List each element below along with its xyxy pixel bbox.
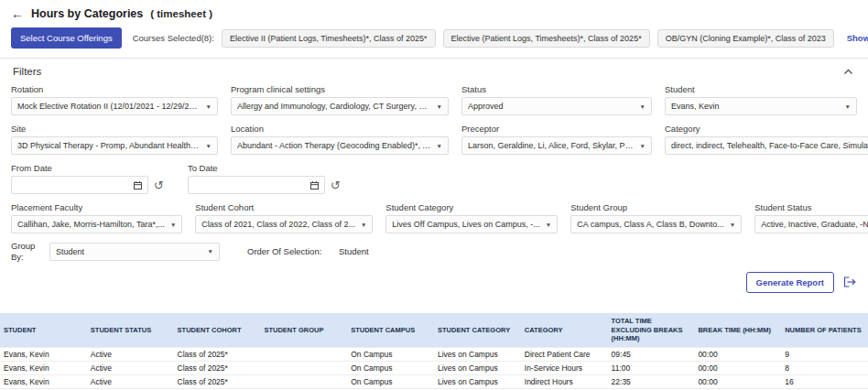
column-header: STUDENT CAMPUS [347,313,434,348]
cell: 11:00 [608,362,695,375]
page-title: Hours by Categories [31,7,143,20]
cell: Evans, Kevin [0,375,87,389]
filters-title: Filters [13,66,41,77]
order-of-selection-value: Student [339,246,369,256]
filter-value: Class of 2021, Class of 2022, Class of 2… [201,220,355,229]
filter-location: Location Abundant - Action Therapy (Geoc… [231,124,449,155]
cell: 9 [781,348,868,362]
filter-label: Status [461,84,652,94]
generate-report-button[interactable]: Generate Report [746,272,834,293]
filter-value: direct, indirect, Telehealth, Face-to-Fa… [671,141,868,150]
topbar: ← Hours by Categories ( timesheet ) [0,0,868,25]
filters-body: Rotation Mock Elective Rotation II (12/0… [0,82,868,263]
chevron-down-icon: ▼ [208,248,213,255]
cell: Evans, Kevin [0,362,87,375]
category-select[interactable]: direct, indirect, Telehealth, Face-to-Fa… [665,136,868,155]
filter-student-cohort: Student Cohort Class of 2021, Class of 2… [195,202,373,233]
filter-placement-faculty: Placement Faculty Callihan, Jake, Morris… [11,202,182,233]
filter-label: Category [665,124,868,134]
calendar-icon[interactable] [133,180,143,190]
site-select[interactable]: 3D Physical Therapy - Promp, Abundant He… [11,136,218,155]
cell: On Campus [347,362,434,375]
filter-value: CA campus, Class A, Class B, Downto... [577,220,724,229]
table-row: Evans, KevinActiveClass of 2025*On Campu… [0,362,868,375]
cell: Evans, Kevin [0,348,87,362]
courses-selected-label: Courses Selected(8): [133,33,214,43]
reset-date-icon[interactable]: ↺ [154,179,164,191]
page-subtitle: ( timesheet ) [150,8,212,19]
filter-label: Placement Faculty [11,202,182,212]
filter-label: Student Cohort [195,202,373,212]
order-of-selection-label: Order Of Selection: [247,246,321,256]
filter-label: From Date [11,163,164,173]
filter-value: Active, Inactive, Graduate, -Not assign.… [761,220,868,229]
export-report-icon[interactable] [843,276,857,288]
collapse-chevron-up-icon[interactable] [841,67,855,77]
chevron-down-icon: ▼ [546,222,551,228]
filter-label: Location [231,124,449,134]
preceptor-select[interactable]: Larson, Geraldine, Li, Alice, Ford, Skyl… [461,136,652,155]
student-group-select[interactable]: CA campus, Class A, Class B, Downto... ▼ [570,215,742,233]
column-header: STUDENT COHORT [174,313,261,348]
cell: On Campus [347,375,434,389]
cell: 09:45 [608,348,695,362]
course-selection-bar: Select Course Offerings Courses Selected… [0,25,868,58]
filter-label: Preceptor [461,124,652,134]
reset-date-icon[interactable]: ↺ [331,179,341,191]
student-cohort-select[interactable]: Class of 2021, Class of 2022, Class of 2… [195,215,373,233]
report-table: STUDENTSTUDENT STATUSSTUDENT COHORTSTUDE… [0,313,868,390]
filter-value: Mock Elective Rotation II (12/01/2021 - … [17,102,201,111]
placement-faculty-select[interactable]: Callihan, Jake, Morris-Hamilton, Tara*,.… [11,215,182,233]
from-date-input[interactable] [11,176,148,194]
cell [260,348,347,362]
group-by-select[interactable]: Student ▼ [49,243,220,261]
show-more-button[interactable]: Show More [841,32,868,44]
filter-value: Callihan, Jake, Morris-Hamilton, Tara*,.… [17,220,165,229]
status-select[interactable]: Approved ▼ [461,97,652,115]
filter-label: Student [665,84,857,94]
cell: Lives on Campus [434,348,521,362]
filter-to-date: To Date ↺ [188,163,341,194]
table-row: Evans, KevinActiveClass of 2025*On Campu… [0,348,868,362]
student-category-select[interactable]: Lives Off Campus, Lives on Campus, -... … [385,215,558,233]
cell: Class of 2025* [174,362,261,375]
chevron-down-icon: ▼ [640,143,646,149]
filter-program-clinical-settings: Program clinical settings Allergy and Im… [231,84,449,115]
student-select[interactable]: Evans, Kevin ▼ [665,97,857,115]
group-by-label: Group By: [11,241,40,263]
filter-rotation: Rotation Mock Elective Rotation II (12/0… [11,84,218,115]
chevron-down-icon: ▼ [640,103,646,110]
calendar-icon[interactable] [309,180,320,190]
to-date-input[interactable] [188,176,325,194]
filter-student: Student Evans, Kevin ▼ [665,84,857,115]
rotation-select[interactable]: Mock Elective Rotation II (12/01/2021 - … [11,97,218,115]
cell: 00:00 [694,362,781,375]
select-course-offerings-button[interactable]: Select Course Offerings [11,27,122,49]
cell: Lives on Campus [434,375,521,389]
back-arrow-icon[interactable]: ← [11,7,24,20]
filter-label: Student Status [754,202,868,212]
student-status-select[interactable]: Active, Inactive, Graduate, -Not assign.… [754,215,868,233]
column-header: STUDENT STATUS [87,313,174,348]
filter-label: Student Group [570,202,742,212]
chevron-down-icon: ▼ [845,103,851,110]
table-row: Evans, KevinActiveClass of 2025*On Campu… [0,375,868,389]
column-header: STUDENT CATEGORY [434,313,521,348]
location-select[interactable]: Abundant - Action Therapy (Geocoding Ena… [231,136,449,155]
cell: Lives on Campus [434,362,521,375]
column-header: NUMBER OF PATIENTS [781,313,868,348]
cell: 00:00 [694,348,781,362]
filter-preceptor: Preceptor Larson, Geraldine, Li, Alice, … [461,124,652,155]
cell: Class of 2025* [174,375,261,389]
filter-value: Evans, Kevin [671,102,720,111]
chevron-down-icon: ▼ [206,143,212,149]
course-chip: Elective (Patient Logs, Timesheets)*, Cl… [443,29,650,48]
chevron-down-icon: ▼ [361,222,366,228]
filter-value: Abundant - Action Therapy (Geocoding Ena… [237,141,431,150]
cell: Active [87,375,174,389]
program-clinical-settings-select[interactable]: Allergy and Immunology, Cardiology, CT S… [231,97,449,115]
chevron-down-icon: ▼ [437,143,442,149]
cell: On Campus [347,348,434,362]
cell: 22:35 [608,375,695,389]
filter-value: Larson, Geraldine, Li, Alice, Ford, Skyl… [468,141,635,150]
